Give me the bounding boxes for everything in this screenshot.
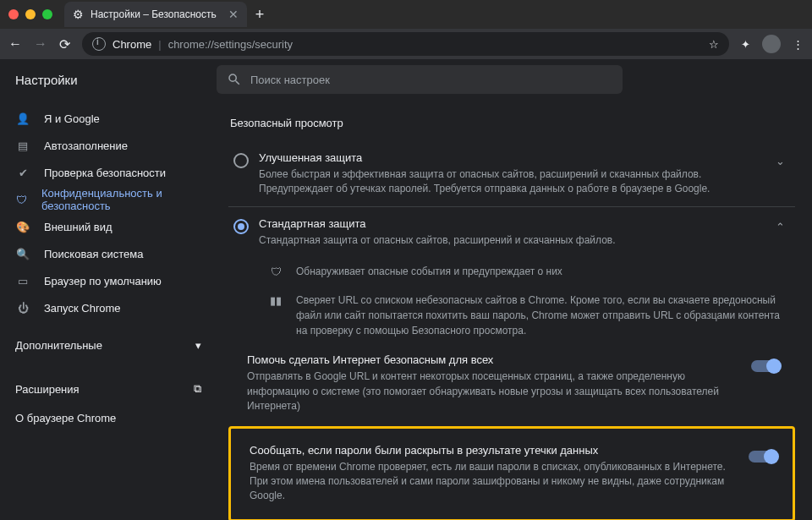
- extensions-icon[interactable]: ✦: [741, 38, 750, 51]
- highlighted-setting: Сообщать, если пароли были раскрыты в ре…: [228, 426, 795, 520]
- magnifier-icon: 🔍: [15, 248, 30, 260]
- new-tab-button[interactable]: +: [255, 6, 265, 24]
- collapse-standard[interactable]: ⌃: [770, 221, 790, 233]
- omnibox-url: chrome://settings/security: [168, 38, 293, 51]
- page-title: Настройки: [0, 73, 217, 87]
- settings-search[interactable]: Поиск настроек: [217, 65, 623, 94]
- bullet2-text: Сверяет URL со списком небезопасных сайт…: [296, 293, 780, 338]
- sidebar-about-label: О браузере Chrome: [15, 412, 116, 424]
- address-bar[interactable]: Chrome | chrome://settings/security ☆: [82, 32, 729, 56]
- external-link-icon: ⧉: [194, 382, 201, 396]
- sidebar-advanced-label: Дополнительные: [15, 339, 102, 352]
- omnibox-label: Chrome: [112, 38, 151, 51]
- switch-password-leak[interactable]: [749, 451, 777, 463]
- help-title: Помочь сделать Интернет безопасным для в…: [247, 353, 739, 366]
- sidebar-item-search-engine[interactable]: 🔍 Поисковая система: [0, 240, 217, 267]
- shield-icon: 🛡: [15, 194, 28, 206]
- sidebar-item-label: Браузер по умолчанию: [44, 275, 162, 287]
- sidebar-item-you-and-google[interactable]: 👤 Я и Google: [0, 105, 217, 132]
- settings-content: Безопасный просмотр Улучшенная защита Бо…: [217, 100, 812, 520]
- sidebar-extensions-label: Расширения: [15, 383, 80, 396]
- gear-icon: ⚙: [73, 8, 84, 21]
- back-button[interactable]: ←: [8, 36, 22, 52]
- sidebar-extensions[interactable]: Расширения ⧉: [0, 374, 217, 404]
- window-titlebar: ⚙ Настройки – Безопасность ✕ +: [0, 0, 812, 29]
- settings-sidebar: 👤 Я и Google ▤ Автозаполнение ✔ Проверка…: [0, 100, 217, 520]
- palette-icon: 🎨: [15, 221, 30, 233]
- leak-desc: Время от времени Chrome проверяет, есть …: [250, 460, 737, 504]
- enhanced-desc: Более быстрая и эффективная защита от оп…: [259, 167, 760, 196]
- shield-check-icon: ✔: [15, 167, 30, 179]
- leak-title: Сообщать, если пароли были раскрыты в ре…: [250, 444, 737, 457]
- maximize-window[interactable]: [42, 9, 52, 19]
- person-icon: 👤: [15, 112, 30, 125]
- bookmark-star-icon[interactable]: ☆: [709, 38, 719, 51]
- site-info-icon[interactable]: [92, 37, 106, 51]
- sidebar-item-label: Поисковая система: [44, 248, 144, 260]
- sidebar-item-label: Я и Google: [44, 112, 100, 125]
- sidebar-item-label: Проверка безопасности: [44, 167, 166, 179]
- bullet1-text: Обнаруживает опасные события и предупреж…: [296, 264, 780, 279]
- sidebar-item-default-browser[interactable]: ▭ Браузер по умолчанию: [0, 267, 217, 294]
- sidebar-item-label: Автозаполнение: [44, 140, 128, 152]
- window-icon: ▭: [15, 275, 30, 287]
- sidebar-advanced[interactable]: Дополнительные ▾: [0, 331, 217, 359]
- autofill-icon: ▤: [15, 140, 30, 152]
- standard-bullet-2: ▮▮ Сверяет URL со списком небезопасных с…: [228, 286, 795, 345]
- browser-tab[interactable]: ⚙ Настройки – Безопасность ✕: [64, 2, 247, 27]
- sidebar-item-label: Внешний вид: [44, 221, 112, 233]
- sidebar-item-safety-check[interactable]: ✔ Проверка безопасности: [0, 159, 217, 186]
- search-icon: [227, 72, 242, 87]
- reload-button[interactable]: ⟳: [59, 36, 70, 52]
- toggle-help-improve: Помочь сделать Интернет безопасным для в…: [228, 345, 795, 422]
- bars-icon: ▮▮: [267, 294, 284, 338]
- help-desc: Отправлять в Google URL и контент некото…: [247, 369, 739, 413]
- browser-toolbar: ← → ⟳ Chrome | chrome://settings/securit…: [0, 29, 812, 59]
- section-title: Безопасный просмотр: [230, 117, 795, 129]
- sidebar-item-label: Конфиденциальность и безопасность: [41, 187, 201, 212]
- radio-standard[interactable]: [233, 219, 249, 234]
- toggle-password-leak: Сообщать, если пароли были раскрыты в ре…: [231, 435, 793, 512]
- sidebar-item-appearance[interactable]: 🎨 Внешний вид: [0, 213, 217, 240]
- sidebar-about-chrome[interactable]: О браузере Chrome: [0, 404, 217, 431]
- switch-help-improve[interactable]: [751, 360, 780, 372]
- minimize-window[interactable]: [25, 9, 36, 19]
- profile-avatar[interactable]: [762, 35, 781, 53]
- tab-title: Настройки – Безопасность: [91, 8, 217, 20]
- standard-desc: Стандартная защита от опасных сайтов, ра…: [259, 233, 760, 248]
- radio-enhanced[interactable]: [233, 153, 249, 168]
- power-icon: ⏻: [15, 302, 30, 315]
- standard-bullet-1: 🛡 Обнаруживает опасные события и предупр…: [228, 257, 795, 286]
- forward-button[interactable]: →: [34, 36, 47, 52]
- traffic-lights: [8, 9, 52, 19]
- close-tab-icon[interactable]: ✕: [228, 8, 239, 21]
- sidebar-item-label: Запуск Chrome: [44, 302, 121, 315]
- close-window[interactable]: [8, 9, 19, 19]
- option-enhanced-protection[interactable]: Улучшенная защита Более быстрая и эффект…: [228, 141, 795, 206]
- search-placeholder: Поиск настроек: [250, 74, 330, 86]
- expand-enhanced[interactable]: ⌄: [770, 155, 790, 167]
- sidebar-item-autofill[interactable]: ▤ Автозаполнение: [0, 132, 217, 159]
- chevron-down-icon: ▾: [195, 339, 201, 352]
- option-standard-protection[interactable]: Стандартная защита Стандартная защита от…: [228, 206, 795, 258]
- sidebar-item-on-startup[interactable]: ⏻ Запуск Chrome: [0, 294, 217, 321]
- sidebar-item-privacy-security[interactable]: 🛡 Конфиденциальность и безопасность: [0, 186, 217, 213]
- standard-title: Стандартная защита: [259, 217, 760, 230]
- shield-icon: 🛡: [267, 265, 284, 279]
- enhanced-title: Улучшенная защита: [259, 151, 760, 164]
- settings-header: Настройки Поиск настроек: [0, 59, 812, 100]
- kebab-menu-icon[interactable]: ⋮: [793, 38, 804, 51]
